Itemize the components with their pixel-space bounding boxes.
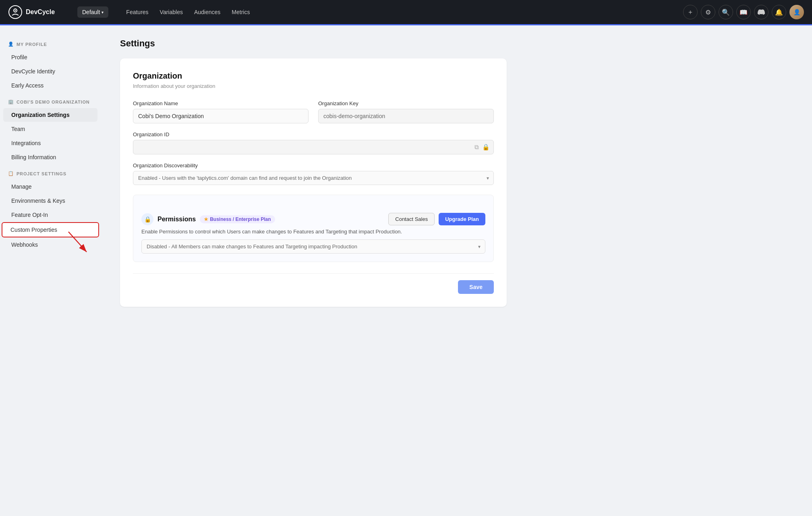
- sidebar-item-billing[interactable]: Billing Information: [3, 150, 97, 164]
- bell-icon[interactable]: 🔔: [772, 5, 786, 19]
- org-key-input[interactable]: [318, 109, 494, 123]
- lock-icon: 🔒: [482, 144, 490, 151]
- logo-text: DevCycle: [26, 8, 55, 16]
- card-subtitle: Information about your organization: [133, 83, 494, 89]
- star-icon: ★: [204, 216, 208, 222]
- sidebar-item-early-access[interactable]: Early Access: [3, 79, 97, 92]
- svg-point-2: [15, 10, 16, 11]
- card-title: Organization: [133, 71, 494, 81]
- plan-badge: ★ Business / Enterprise Plan: [200, 215, 275, 223]
- discoverability-select-wrapper: Enabled - Users with the 'taplytics.com'…: [133, 171, 494, 185]
- permissions-header: 🔒 Permissions ★ Business / Enterprise Pl…: [141, 213, 485, 225]
- sidebar-item-profile[interactable]: Profile: [3, 50, 97, 64]
- accent-bar: [0, 24, 812, 25]
- org-name-key-row: Organization Name Organization Key: [133, 100, 494, 123]
- search-icon[interactable]: 🔍: [719, 5, 733, 19]
- docs-icon[interactable]: 📖: [736, 5, 751, 19]
- sidebar-item-environments-keys[interactable]: Environments & Keys: [3, 194, 97, 208]
- org-id-label: Organization ID: [133, 131, 494, 137]
- sidebar-item-custom-properties[interactable]: Custom Properties: [2, 222, 99, 237]
- gear-icon[interactable]: ⚙: [701, 5, 715, 19]
- org-id-wrapper: ⧉ 🔒: [133, 140, 494, 154]
- discoverability-label: Organization Discoverability: [133, 162, 494, 169]
- org-key-group: Organization Key: [318, 100, 494, 123]
- nav-variables[interactable]: Variables: [155, 6, 188, 18]
- my-profile-section-label: 👤 MY PROFILE: [0, 35, 101, 50]
- card-footer: Save: [133, 273, 494, 294]
- contact-sales-button[interactable]: Contact Sales: [388, 213, 435, 225]
- org-id-icons: ⧉ 🔒: [474, 144, 490, 151]
- sidebar-item-team[interactable]: Team: [3, 122, 97, 136]
- sidebar-item-webhooks[interactable]: Webhooks: [3, 238, 97, 252]
- save-button[interactable]: Save: [458, 280, 494, 294]
- nav-right-actions: ＋ ⚙ 🔍 📖 🔔 👤: [683, 5, 804, 19]
- page-title: Settings: [120, 38, 793, 49]
- org-key-label: Organization Key: [318, 100, 494, 106]
- discoverability-select[interactable]: Enabled - Users with the 'taplytics.com'…: [133, 171, 494, 185]
- user-avatar[interactable]: 👤: [789, 5, 804, 19]
- main-layout: 👤 MY PROFILE Profile DevCycle Identity E…: [0, 0, 812, 516]
- org-name-label: Organization Name: [133, 100, 309, 106]
- project-settings-section-label: 📋 PROJECT SETTINGS: [0, 164, 101, 179]
- main-content: Settings Organization Information about …: [101, 25, 812, 516]
- permissions-title: Permissions: [157, 216, 196, 223]
- logo[interactable]: DevCycle: [8, 5, 64, 19]
- add-button[interactable]: ＋: [683, 5, 698, 19]
- permissions-lock-icon: 🔒: [141, 213, 153, 225]
- nav-features[interactable]: Features: [121, 6, 153, 18]
- sidebar-item-manage[interactable]: Manage: [3, 180, 97, 194]
- org-id-input[interactable]: [133, 140, 494, 154]
- env-selector[interactable]: Default ▾: [77, 6, 108, 18]
- permissions-select-wrapper: Disabled - All Members can make changes …: [141, 239, 485, 254]
- sidebar-item-integrations[interactable]: Integrations: [3, 136, 97, 150]
- upgrade-plan-button[interactable]: Upgrade Plan: [439, 213, 485, 225]
- sidebar-item-feature-opt-in[interactable]: Feature Opt-In: [3, 208, 97, 222]
- sidebar-item-org-settings[interactable]: Organization Settings: [3, 108, 97, 122]
- nav-links: Features Variables Audiences Metrics: [121, 6, 670, 18]
- org-name-input[interactable]: [133, 109, 309, 123]
- discoverability-group: Organization Discoverability Enabled - U…: [133, 162, 494, 185]
- copy-icon[interactable]: ⧉: [474, 144, 479, 151]
- org-id-group: Organization ID ⧉ 🔒: [133, 131, 494, 154]
- permissions-actions: Contact Sales Upgrade Plan: [388, 213, 485, 225]
- org-settings-card: Organization Information about your orga…: [120, 58, 507, 307]
- nav-audiences[interactable]: Audiences: [189, 6, 225, 18]
- permissions-section: 🔒 Permissions ★ Business / Enterprise Pl…: [133, 195, 494, 262]
- permissions-select[interactable]: Disabled - All Members can make changes …: [141, 239, 485, 254]
- chevron-down-icon: ▾: [102, 10, 104, 15]
- org-name-group: Organization Name: [133, 100, 309, 123]
- sidebar: 👤 MY PROFILE Profile DevCycle Identity E…: [0, 25, 101, 516]
- discord-icon[interactable]: [754, 5, 768, 19]
- org-section-label: 🏢 COBI'S DEMO ORGANIZATION: [0, 93, 101, 108]
- nav-metrics[interactable]: Metrics: [227, 6, 255, 18]
- top-navigation: DevCycle Default ▾ Features Variables Au…: [0, 0, 812, 24]
- sidebar-item-devcycle-identity[interactable]: DevCycle Identity: [3, 64, 97, 78]
- permissions-description: Enable Permissions to control which User…: [141, 229, 485, 235]
